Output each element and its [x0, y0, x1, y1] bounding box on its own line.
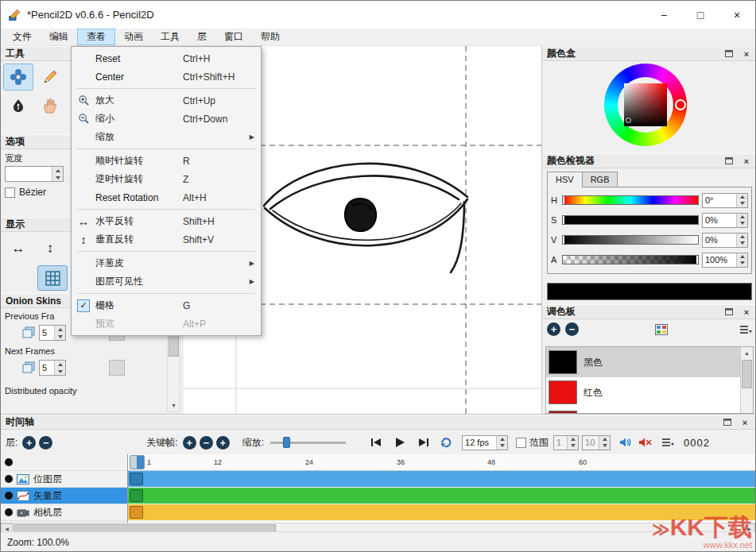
menu-item-reset-rotation[interactable]: Reset RotationAlt+H — [72, 188, 261, 207]
close-button[interactable]: × — [719, 1, 755, 29]
sv-cursor[interactable] — [626, 118, 631, 123]
menu-item-rotate-cw[interactable]: 顺时针旋转R — [72, 152, 261, 170]
previous-frame-button[interactable] — [366, 434, 386, 451]
close-panel-icon[interactable]: × — [741, 307, 752, 317]
palette-scrollbar[interactable]: ▲ — [740, 347, 753, 413]
menu-view[interactable]: 查看 — [77, 29, 115, 45]
hand-tool-button[interactable] — [35, 92, 65, 119]
menu-layer[interactable]: 层 — [188, 29, 215, 45]
menu-item-zoom-submenu[interactable]: 缩放▶ — [72, 128, 261, 146]
pencil-tool-button[interactable] — [35, 64, 65, 91]
add-layer-button[interactable]: + — [22, 436, 36, 450]
float-panel-icon[interactable] — [722, 417, 733, 427]
color-wheel[interactable] — [604, 64, 687, 146]
track-camera[interactable] — [128, 504, 755, 521]
add-color-button[interactable]: + — [547, 322, 560, 336]
saturation-slider[interactable] — [562, 215, 699, 225]
menu-item-zoom-in[interactable]: 放大Ctrl+Up — [72, 91, 261, 110]
value-slider[interactable] — [562, 235, 699, 245]
tab-rgb[interactable]: RGB — [582, 172, 618, 187]
tab-hsv[interactable]: HSV — [547, 172, 583, 187]
keyframe-cell[interactable] — [130, 473, 143, 485]
next-frames-spinner[interactable]: 5 — [39, 360, 66, 376]
range-start-arrows[interactable] — [567, 436, 578, 450]
fps-spinner-arrows[interactable] — [496, 436, 507, 450]
alpha-spinner-arrows[interactable] — [736, 253, 747, 267]
value-spinner-arrows[interactable] — [736, 234, 747, 247]
range-start-spinner[interactable]: 1 — [553, 435, 579, 450]
add-keyframe-button[interactable]: + — [183, 436, 196, 450]
flip-horizontal-button[interactable]: ↔ — [5, 236, 32, 261]
menu-item-rotate-ccw[interactable]: 逆时针旋转Z — [72, 170, 261, 188]
float-panel-icon[interactable] — [723, 156, 735, 166]
alpha-slider[interactable] — [562, 255, 699, 264]
slider-handle[interactable] — [283, 437, 290, 448]
duplicate-keyframe-button[interactable]: + — [216, 436, 230, 450]
value-spinner[interactable]: 0% — [702, 233, 748, 248]
pen-tool-button[interactable] — [3, 92, 33, 119]
prev-frames-spinner[interactable]: 5 — [39, 325, 66, 341]
close-panel-icon[interactable]: × — [741, 48, 752, 59]
hue-slider[interactable] — [562, 195, 699, 205]
menu-tools[interactable]: 工具 — [152, 29, 188, 45]
timeline-tracks[interactable]: 1 12 24 36 48 60 — [128, 454, 755, 523]
remove-keyframe-button[interactable]: − — [200, 436, 213, 450]
palette-menu-button[interactable] — [739, 325, 752, 334]
menu-item-preview[interactable]: 预览Alt+P — [72, 315, 261, 333]
range-end-spinner[interactable]: 10 — [582, 435, 611, 450]
menu-help[interactable]: 帮助 — [252, 29, 289, 45]
width-spinner[interactable] — [5, 166, 64, 182]
alpha-spinner[interactable]: 100% — [702, 253, 748, 268]
scroll-down-button[interactable]: ▼ — [168, 400, 180, 411]
loop-button[interactable] — [436, 434, 456, 451]
scrollbar-thumb[interactable] — [742, 360, 752, 388]
minimize-button[interactable]: − — [646, 1, 682, 29]
palette-row-darkred[interactable] — [546, 407, 753, 414]
sound-toggle-button[interactable] — [617, 434, 636, 451]
layer-list-menu-button[interactable] — [658, 434, 677, 451]
layer-visibility-dot[interactable] — [5, 458, 13, 466]
swatch-view-button[interactable] — [655, 324, 668, 335]
hue-spinner[interactable]: 0° — [702, 193, 748, 208]
menu-item-reset[interactable]: ResetCtrl+H — [72, 49, 261, 68]
menu-item-zoom-out[interactable]: 缩小Ctrl+Down — [72, 110, 261, 128]
scroll-up-button[interactable]: ▲ — [741, 347, 753, 359]
flip-vertical-button[interactable]: ↕ — [37, 236, 64, 261]
menu-item-onion-skins[interactable]: 洋葱皮▶ — [72, 254, 261, 272]
maximize-button[interactable]: □ — [682, 1, 719, 29]
float-panel-icon[interactable] — [723, 48, 735, 59]
saturation-spinner-arrows[interactable] — [736, 214, 747, 227]
menu-item-grid[interactable]: ✓栅格G — [72, 296, 261, 315]
range-checkbox[interactable] — [516, 438, 526, 448]
palette-row-black[interactable]: 黑色 — [546, 347, 753, 377]
track-vector[interactable] — [128, 488, 755, 504]
menu-item-layer-visibility[interactable]: 图层可见性▶ — [72, 272, 261, 291]
bezier-checkbox[interactable] — [5, 187, 15, 198]
timeline-zoom-slider[interactable] — [270, 436, 346, 449]
hue-spinner-arrows[interactable] — [736, 194, 747, 207]
layer-row-bitmap[interactable]: 位图层 — [1, 471, 127, 488]
range-end-arrows[interactable] — [599, 436, 610, 450]
hue-cursor[interactable] — [675, 99, 686, 110]
layer-visibility-dot[interactable] — [5, 492, 13, 500]
track-bitmap[interactable] — [128, 471, 755, 488]
layer-row-camera[interactable]: 相机层 — [1, 504, 127, 521]
bezier-option[interactable]: Bézier — [1, 182, 71, 203]
keyframe-cell[interactable] — [130, 489, 143, 502]
move-tool-button[interactable] — [3, 64, 33, 91]
layer-visibility-dot[interactable] — [5, 475, 13, 483]
sound-scrub-button[interactable] — [636, 434, 655, 451]
width-spinner-arrows[interactable] — [52, 167, 63, 181]
next-frames-arrows[interactable] — [54, 361, 65, 375]
remove-layer-button[interactable]: − — [39, 436, 52, 450]
menu-file[interactable]: 文件 — [4, 29, 41, 45]
close-panel-icon[interactable]: × — [739, 417, 750, 427]
frame-ruler[interactable]: 1 12 24 36 48 60 — [128, 454, 755, 471]
palette-row-red[interactable]: 红色 — [546, 377, 753, 407]
layer-visibility-dot[interactable] — [5, 508, 13, 516]
menu-edit[interactable]: 编辑 — [41, 29, 77, 45]
fps-spinner[interactable]: 12 fps — [462, 435, 508, 450]
prev-frames-arrows[interactable] — [54, 326, 65, 340]
layer-row-vector[interactable]: 矢量层 — [1, 488, 127, 504]
remove-color-button[interactable]: − — [565, 322, 579, 336]
